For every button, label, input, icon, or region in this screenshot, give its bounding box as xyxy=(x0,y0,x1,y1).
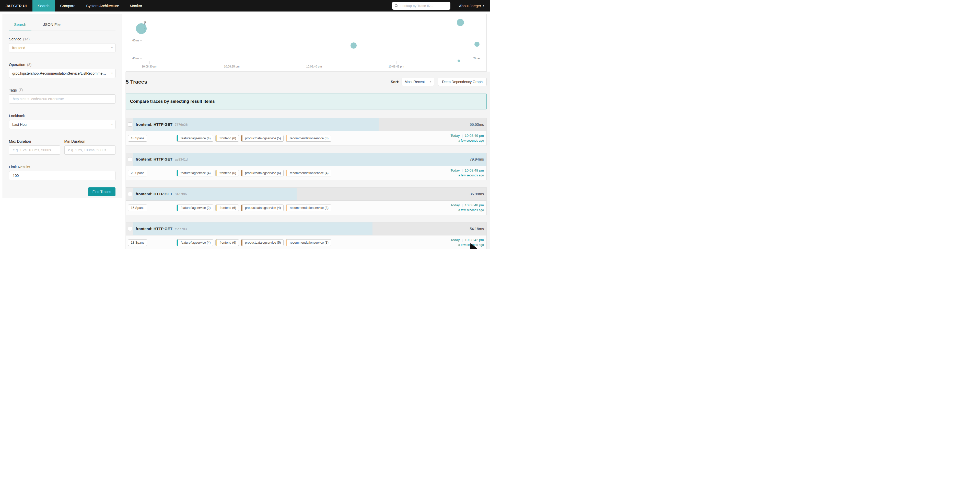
tab-search[interactable]: Search xyxy=(9,19,32,30)
trace-age: a few seconds ago xyxy=(450,174,484,177)
trace-time[interactable]: 10:08:42 pm xyxy=(465,238,484,242)
trace-result-card[interactable]: frontend: HTTP GETae8341d 79.94ms 20 Spa… xyxy=(126,153,487,180)
search-sidebar: Search JSON File Service(14) frontend ▾ … xyxy=(3,14,122,198)
service-tag-pills: featureflagservice (4) frontend (6) prod… xyxy=(177,170,331,176)
trace-scatter-point[interactable] xyxy=(136,23,146,34)
about-jaeger-menu[interactable]: About Jaeger ▾ xyxy=(453,0,490,11)
service-pill-label: productcatalogservice (4) xyxy=(242,206,283,210)
sort-select-value: Most Recent xyxy=(405,80,425,84)
trace-select-checkbox[interactable] xyxy=(128,157,132,161)
service-pill: productcatalogservice (4) xyxy=(241,204,283,211)
trace-date[interactable]: Today xyxy=(450,238,460,242)
service-pill-label: frontend (6) xyxy=(217,206,239,210)
service-select[interactable]: frontend ▾ xyxy=(9,43,116,53)
operation-label: Operation(8) xyxy=(9,63,116,67)
service-pill-label: productcatalogservice (6) xyxy=(242,171,283,175)
nav-item-system-architecture[interactable]: System Architecture xyxy=(81,0,124,11)
trace-scatter-point[interactable] xyxy=(350,42,356,49)
trace-duration: 54.18ms xyxy=(469,222,484,235)
span-count-label: 18 Spans xyxy=(128,137,147,140)
trace-time[interactable]: 10:08:48 pm xyxy=(465,203,484,207)
min-duration-label: Min Duration xyxy=(64,139,116,144)
trace-card-body: 20 Spans featureflagservice (4) frontend… xyxy=(126,166,487,180)
app-brand[interactable]: JAEGER UI xyxy=(0,0,32,11)
trace-lookup-box[interactable] xyxy=(392,2,450,10)
trace-date[interactable]: Today xyxy=(450,134,460,137)
trace-select-checkbox[interactable] xyxy=(128,123,132,126)
tab-json-file[interactable]: JSON File xyxy=(38,19,66,30)
help-icon[interactable]: ? xyxy=(19,88,23,92)
trace-scatter-point[interactable] xyxy=(457,19,464,26)
service-pill-label: recommendationservice (3) xyxy=(287,137,331,140)
trace-result-card[interactable]: frontend: HTTP GET7876e26 55.53ms 18 Spa… xyxy=(126,118,487,145)
trace-title[interactable]: frontend: HTTP GETae8341d xyxy=(136,153,188,166)
service-pill: frontend (6) xyxy=(215,239,239,246)
nav-item-compare[interactable]: Compare xyxy=(55,0,81,11)
operation-select-value: grpc.hipstershop.RecommendationService/L… xyxy=(12,71,112,75)
trace-result-card[interactable]: frontend: HTTP GET01d7f9b 36.98ms 15 Spa… xyxy=(126,187,487,215)
trace-id: 7876e26 xyxy=(175,123,188,126)
duration-scatter-plot: Duration Time 10:08:30 pm 10:08:35 pm 10… xyxy=(126,14,487,72)
service-pill: recommendationservice (3) xyxy=(286,204,331,211)
service-pill-label: recommendationservice (4) xyxy=(287,171,331,175)
trace-lookup-input[interactable] xyxy=(400,3,448,8)
trace-date[interactable]: Today xyxy=(450,168,460,172)
max-duration-input[interactable] xyxy=(12,148,57,152)
trace-time[interactable]: 10:08:48 pm xyxy=(465,168,484,172)
trace-duration: 79.94ms xyxy=(469,153,484,166)
chevron-down-icon: ▾ xyxy=(430,80,431,83)
trace-select-checkbox[interactable] xyxy=(128,227,132,231)
trace-count-title: 5 Traces xyxy=(126,79,391,85)
trace-age: a few seconds ago xyxy=(450,208,484,212)
tags-input[interactable] xyxy=(12,97,112,101)
trace-date[interactable]: Today xyxy=(450,203,460,207)
about-jaeger-label: About Jaeger xyxy=(459,4,481,8)
service-select-value: frontend xyxy=(12,46,29,50)
trace-select-checkbox[interactable] xyxy=(128,192,132,196)
trace-card-header: frontend: HTTP GETae8341d 79.94ms xyxy=(126,153,487,166)
main-content: Duration Time 10:08:30 pm 10:08:35 pm 10… xyxy=(126,14,487,72)
trace-result-card[interactable]: frontend: HTTP GETf5e7783 54.18ms 18 Spa… xyxy=(126,222,487,249)
trace-title[interactable]: frontend: HTTP GET01d7f9b xyxy=(136,188,187,201)
service-tag-pills: featureflagservice (2) frontend (6) prod… xyxy=(177,204,331,211)
x-tick-label: 10:08:35 pm xyxy=(218,65,246,68)
sort-select[interactable]: Most Recent ▾ xyxy=(402,78,434,86)
trace-duration: 55.53ms xyxy=(469,118,484,131)
deep-dependency-graph-button[interactable]: Deep Dependency Graph xyxy=(438,78,487,86)
compare-banner: Compare traces by selecting result items xyxy=(126,94,487,109)
span-count-label: 15 Spans xyxy=(128,206,147,210)
trace-timestamp: Today|10:08:48 pm a few seconds ago xyxy=(450,203,484,212)
results-section: 5 Traces Sort: Most Recent ▾ Deep Depend… xyxy=(125,72,490,249)
min-duration-field xyxy=(64,145,116,155)
timestamp-separator: | xyxy=(461,134,463,137)
operation-select[interactable]: grpc.hipstershop.RecommendationService/L… xyxy=(9,69,116,78)
trace-timestamp: Today|10:08:42 pm a few seconds ago xyxy=(450,238,484,247)
find-traces-button[interactable]: Find Traces xyxy=(88,187,116,196)
trace-scatter-point[interactable] xyxy=(458,59,460,62)
min-duration-input[interactable] xyxy=(68,148,112,152)
sidebar-tabs: Search JSON File xyxy=(9,19,116,30)
results-header: 5 Traces Sort: Most Recent ▾ Deep Depend… xyxy=(126,72,487,86)
chevron-down-icon: ▾ xyxy=(483,4,484,7)
x-tick-mark xyxy=(232,61,232,64)
x-tick-mark xyxy=(314,61,314,64)
nav-item-search[interactable]: Search xyxy=(32,0,55,11)
trace-scatter-point[interactable] xyxy=(474,42,479,47)
chevron-down-icon: ▾ xyxy=(111,72,113,75)
service-pill: featureflagservice (4) xyxy=(177,239,213,246)
x-tick-label: 10:08:45 pm xyxy=(382,65,410,68)
trace-time[interactable]: 10:08:49 pm xyxy=(465,134,484,137)
trace-title[interactable]: frontend: HTTP GET7876e26 xyxy=(136,118,188,131)
trace-service-operation: frontend: HTTP GET xyxy=(136,157,172,161)
trace-title[interactable]: frontend: HTTP GETf5e7783 xyxy=(136,222,187,235)
nav-item-monitor[interactable]: Monitor xyxy=(124,0,147,11)
service-tag-pills: featureflagservice (4) frontend (6) prod… xyxy=(177,135,331,142)
lookback-select[interactable]: Last Hour ▾ xyxy=(9,120,116,129)
x-axis-label: Time xyxy=(473,57,480,60)
service-pill-label: recommendationservice (3) xyxy=(287,241,331,244)
trace-card-header: frontend: HTTP GET01d7f9b 36.98ms xyxy=(126,188,487,200)
x-tick-label: 10:08:30 pm xyxy=(135,65,164,68)
lookback-select-value: Last Hour xyxy=(12,123,32,126)
limit-results-label: Limit Results xyxy=(9,165,116,169)
limit-results-input[interactable] xyxy=(12,173,112,178)
